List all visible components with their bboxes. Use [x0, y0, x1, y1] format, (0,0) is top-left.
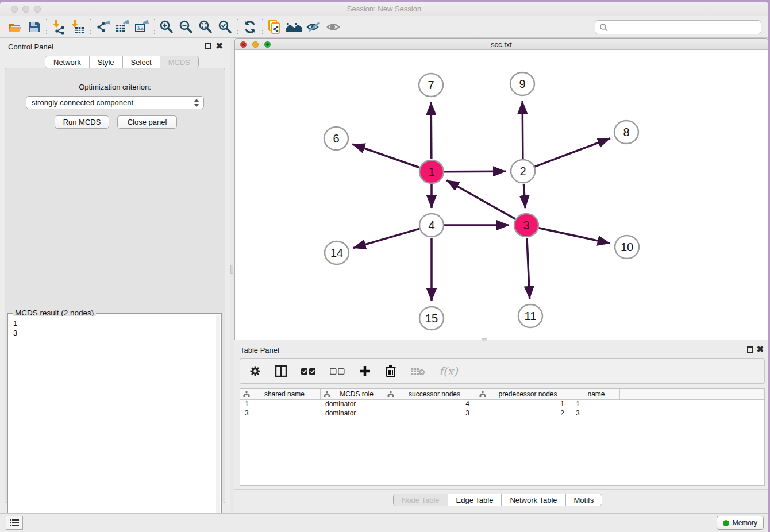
graph-edge[interactable]: [444, 171, 506, 172]
float-panel-icon[interactable]: [747, 346, 753, 353]
graph-edge[interactable]: [523, 184, 525, 208]
column-header-successor-nodes[interactable]: successor nodes: [384, 389, 476, 399]
column-header-shared-name[interactable]: shared name: [240, 389, 321, 399]
network-canvas[interactable]: 7968124314101511: [235, 51, 768, 340]
table-settings-gear-icon[interactable]: [249, 365, 261, 377]
graph-edge[interactable]: [446, 180, 515, 219]
cell-predecessor-nodes[interactable]: 1: [476, 400, 571, 409]
node-table: shared name MCDS role successor nodes pr…: [240, 388, 765, 486]
result-item: 1: [13, 318, 216, 328]
graph-edge[interactable]: [535, 138, 610, 167]
tab-node-table[interactable]: Node Table: [394, 494, 448, 506]
panel-divider[interactable]: [230, 38, 234, 513]
eye-slash-icon: [306, 20, 322, 34]
toolbar-separator: [262, 19, 263, 35]
graph-edge[interactable]: [431, 102, 432, 159]
hierarchy-icon: [324, 391, 330, 398]
run-mcds-button[interactable]: Run MCDS: [55, 115, 109, 129]
cell-name[interactable]: 3: [571, 409, 620, 418]
function-builder-icon[interactable]: f(x): [439, 365, 458, 377]
graph-edge[interactable]: [527, 238, 530, 299]
hierarchy-icon: [243, 391, 250, 398]
optimization-criterion-label: Optimization criterion:: [5, 83, 225, 91]
graph-edge[interactable]: [522, 101, 523, 159]
cell-shared-name[interactable]: 3: [240, 409, 321, 418]
zoom-in-button[interactable]: [157, 18, 176, 36]
tab-motifs[interactable]: Motifs: [566, 494, 602, 506]
zoom-fit-icon: [198, 19, 214, 35]
open-file-button[interactable]: [5, 18, 24, 36]
control-panel-tabs: Network Style Select MCDS: [45, 56, 199, 68]
table-row[interactable]: 3 dominator 3 2 3: [240, 409, 764, 418]
export-network-button[interactable]: [93, 18, 113, 36]
main-toolbar: [0, 17, 768, 38]
table-tabs: Node Table Edge Table Network Table Moti…: [393, 494, 602, 506]
eye-icon: [325, 20, 341, 34]
tab-edge-table[interactable]: Edge Table: [448, 494, 502, 506]
graph-edge[interactable]: [352, 144, 419, 168]
tab-select[interactable]: Select: [123, 56, 160, 68]
task-history-button[interactable]: [6, 516, 23, 530]
save-icon: [26, 20, 41, 34]
delete-column-trash-icon[interactable]: [385, 365, 396, 377]
close-panel-icon[interactable]: ✖: [756, 344, 764, 354]
memory-button[interactable]: Memory: [717, 516, 764, 530]
hide-selected-button[interactable]: [324, 18, 343, 36]
result-scrollbar[interactable]: [216, 315, 220, 529]
cell-shared-name[interactable]: 1: [240, 400, 321, 409]
export-image-button[interactable]: [132, 18, 152, 36]
zoom-out-icon: [178, 19, 194, 35]
duplicate-network-button[interactable]: [265, 18, 284, 36]
graph-node-label: 4: [428, 219, 434, 232]
delete-table-icon[interactable]: [410, 366, 425, 376]
tab-network[interactable]: Network: [45, 56, 90, 68]
cell-predecessor-nodes[interactable]: 2: [476, 409, 571, 418]
open-folder-icon: [7, 20, 22, 34]
column-header-name[interactable]: name: [571, 389, 620, 399]
cell-name[interactable]: 1: [571, 400, 620, 409]
show-hide-graphics-button[interactable]: [304, 18, 324, 36]
cell-successor-nodes[interactable]: 4: [384, 400, 476, 409]
close-panel-button[interactable]: Close panel: [117, 115, 177, 129]
import-network-button[interactable]: [49, 18, 68, 36]
graph-edge[interactable]: [353, 229, 419, 248]
mcds-result-group: MCDS result (2 nodes) 1 3: [7, 313, 222, 530]
optimization-criterion-select[interactable]: strongly connected component: [26, 96, 204, 109]
first-neighbors-button[interactable]: [284, 18, 304, 36]
graph-edge[interactable]: [538, 228, 610, 244]
import-table-button[interactable]: [68, 18, 88, 36]
create-column-plus-icon[interactable]: [359, 365, 371, 377]
float-panel-icon[interactable]: [205, 43, 211, 49]
search-input[interactable]: [595, 20, 761, 34]
deselect-all-icon[interactable]: [330, 368, 345, 375]
cell-successor-nodes[interactable]: 3: [384, 409, 476, 418]
column-header-mcds-role[interactable]: MCDS role: [321, 389, 384, 399]
tab-network-table[interactable]: Network Table: [502, 494, 565, 506]
zoom-fit-button[interactable]: [196, 18, 215, 36]
network-window-titlebar[interactable]: ✕ – + scc.txt: [235, 39, 768, 50]
zoom-selected-button[interactable]: [215, 18, 235, 36]
column-header-predecessor-nodes[interactable]: predecessor nodes: [476, 389, 571, 399]
zoom-out-button[interactable]: [176, 18, 196, 36]
mcds-result-list[interactable]: 1 3: [9, 316, 216, 529]
tab-style[interactable]: Style: [90, 56, 123, 68]
network-graph[interactable]: 7968124314101511: [235, 51, 768, 340]
select-all-icon[interactable]: [301, 368, 316, 375]
toolbar-separator: [46, 19, 47, 35]
divider-grip[interactable]: [230, 265, 233, 274]
mcds-panel: Optimization criterion: strongly connect…: [5, 68, 225, 503]
refresh-button[interactable]: [240, 18, 260, 36]
graph-node-label: 7: [428, 79, 434, 91]
close-panel-icon[interactable]: ✖: [215, 41, 223, 51]
cell-mcds-role[interactable]: dominator: [321, 409, 384, 418]
table-row[interactable]: 1 dominator 4 1 1: [240, 400, 764, 409]
network-view-title: scc.txt: [235, 40, 768, 49]
list-icon: [9, 519, 20, 527]
export-table-button[interactable]: [113, 18, 132, 36]
cell-mcds-role[interactable]: dominator: [321, 400, 384, 409]
graph-node-label: 8: [623, 126, 629, 138]
network-view-window: ✕ – + scc.txt 7968124314101511: [234, 38, 768, 340]
save-session-button[interactable]: [24, 18, 44, 36]
show-columns-icon[interactable]: [275, 365, 287, 377]
tab-mcds[interactable]: MCDS: [160, 56, 198, 68]
